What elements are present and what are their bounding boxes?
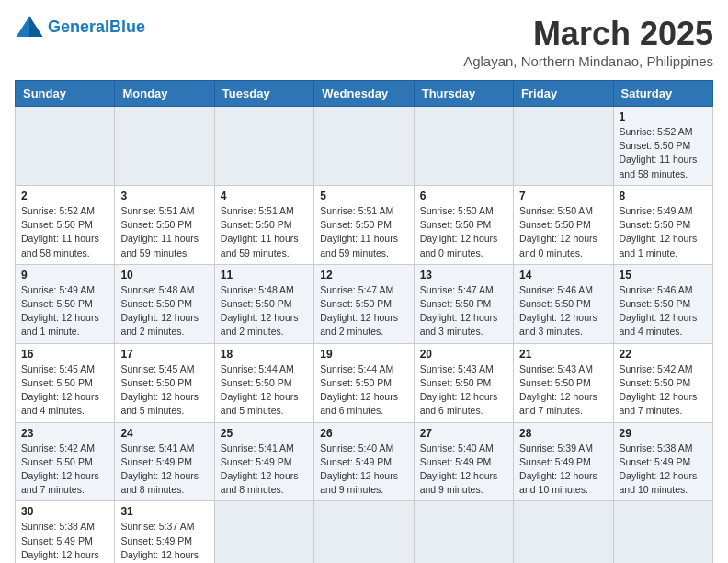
day-number: 25 [221,427,308,440]
calendar-body: 1Sunrise: 5:52 AM Sunset: 5:50 PM Daylig… [16,107,713,564]
day-info: Sunrise: 5:47 AM Sunset: 5:50 PM Dayligh… [320,283,407,339]
logo-icon [15,15,44,40]
day-number: 7 [519,190,607,202]
calendar-week-row: 1Sunrise: 5:52 AM Sunset: 5:50 PM Daylig… [16,107,713,186]
day-number: 10 [120,269,208,282]
day-info: Sunrise: 5:49 AM Sunset: 5:50 PM Dayligh… [21,283,108,339]
day-number: 31 [120,505,208,518]
weekday-header-cell: Thursday [414,81,513,107]
day-number: 14 [519,269,607,282]
calendar-day-cell [214,107,313,186]
day-info: Sunrise: 5:40 AM Sunset: 5:49 PM Dayligh… [420,442,507,498]
day-info: Sunrise: 5:52 AM Sunset: 5:50 PM Dayligh… [620,125,707,181]
day-number: 6 [420,190,507,202]
calendar-day-cell [16,107,115,186]
calendar-day-cell: 17Sunrise: 5:45 AM Sunset: 5:50 PM Dayli… [115,343,214,422]
day-number: 8 [620,190,707,202]
calendar-day-cell: 31Sunrise: 5:37 AM Sunset: 5:49 PM Dayli… [115,501,214,563]
calendar-day-cell: 10Sunrise: 5:48 AM Sunset: 5:50 PM Dayli… [115,264,214,343]
calendar-day-cell: 14Sunrise: 5:46 AM Sunset: 5:50 PM Dayli… [514,264,613,343]
day-number: 24 [120,427,208,440]
day-info: Sunrise: 5:51 AM Sunset: 5:50 PM Dayligh… [120,204,208,260]
calendar-day-cell: 30Sunrise: 5:38 AM Sunset: 5:49 PM Dayli… [16,501,115,563]
day-info: Sunrise: 5:45 AM Sunset: 5:50 PM Dayligh… [120,362,208,419]
day-info: Sunrise: 5:46 AM Sunset: 5:50 PM Dayligh… [620,283,707,339]
day-info: Sunrise: 5:44 AM Sunset: 5:50 PM Dayligh… [320,362,407,419]
weekday-header-cell: Sunday [16,81,115,107]
weekday-header-cell: Friday [514,81,613,107]
calendar-day-cell [514,107,613,186]
day-number: 21 [519,348,607,361]
day-info: Sunrise: 5:41 AM Sunset: 5:49 PM Dayligh… [120,442,208,498]
day-number: 4 [221,190,308,202]
day-info: Sunrise: 5:46 AM Sunset: 5:50 PM Dayligh… [519,283,607,339]
calendar-day-cell [314,107,414,186]
calendar-day-cell: 4Sunrise: 5:51 AM Sunset: 5:50 PM Daylig… [214,185,313,264]
calendar-week-row: 30Sunrise: 5:38 AM Sunset: 5:49 PM Dayli… [16,501,713,563]
calendar-table: SundayMondayTuesdayWednesdayThursdayFrid… [15,80,713,563]
day-info: Sunrise: 5:51 AM Sunset: 5:50 PM Dayligh… [221,204,308,260]
calendar-day-cell: 28Sunrise: 5:39 AM Sunset: 5:49 PM Dayli… [514,422,613,501]
day-info: Sunrise: 5:38 AM Sunset: 5:49 PM Dayligh… [620,442,707,498]
calendar-day-cell: 3Sunrise: 5:51 AM Sunset: 5:50 PM Daylig… [115,185,214,264]
calendar-day-cell: 7Sunrise: 5:50 AM Sunset: 5:50 PM Daylig… [514,185,613,264]
logo-text: GeneralBlue [48,18,145,37]
calendar-day-cell [514,501,613,563]
calendar-week-row: 2Sunrise: 5:52 AM Sunset: 5:50 PM Daylig… [16,185,713,264]
calendar-day-cell: 26Sunrise: 5:40 AM Sunset: 5:49 PM Dayli… [314,422,414,501]
day-number: 22 [620,348,707,361]
calendar-day-cell: 9Sunrise: 5:49 AM Sunset: 5:50 PM Daylig… [16,264,115,343]
calendar-day-cell: 22Sunrise: 5:42 AM Sunset: 5:50 PM Dayli… [613,343,712,422]
day-number: 13 [420,269,507,282]
weekday-header-row: SundayMondayTuesdayWednesdayThursdayFrid… [16,81,713,107]
calendar-day-cell: 12Sunrise: 5:47 AM Sunset: 5:50 PM Dayli… [314,264,414,343]
calendar-day-cell [613,501,712,563]
day-info: Sunrise: 5:41 AM Sunset: 5:49 PM Dayligh… [221,442,308,498]
weekday-header-cell: Monday [115,81,214,107]
calendar-day-cell: 24Sunrise: 5:41 AM Sunset: 5:49 PM Dayli… [115,422,214,501]
calendar-day-cell: 27Sunrise: 5:40 AM Sunset: 5:49 PM Dayli… [414,422,513,501]
day-number: 26 [320,427,407,440]
day-number: 5 [320,190,407,202]
day-info: Sunrise: 5:52 AM Sunset: 5:50 PM Dayligh… [21,204,108,260]
day-info: Sunrise: 5:48 AM Sunset: 5:50 PM Dayligh… [120,283,208,339]
calendar-day-cell [414,107,513,186]
calendar-day-cell: 2Sunrise: 5:52 AM Sunset: 5:50 PM Daylig… [16,185,115,264]
day-info: Sunrise: 5:48 AM Sunset: 5:50 PM Dayligh… [221,283,308,339]
calendar-day-cell: 19Sunrise: 5:44 AM Sunset: 5:50 PM Dayli… [314,343,414,422]
day-info: Sunrise: 5:40 AM Sunset: 5:49 PM Dayligh… [320,442,407,498]
calendar-subtitle: Aglayan, Northern Mindanao, Philippines [463,53,713,69]
day-info: Sunrise: 5:50 AM Sunset: 5:50 PM Dayligh… [519,204,607,260]
calendar-day-cell: 23Sunrise: 5:42 AM Sunset: 5:50 PM Dayli… [16,422,115,501]
day-number: 16 [21,348,108,361]
day-number: 30 [21,505,108,518]
calendar-day-cell: 8Sunrise: 5:49 AM Sunset: 5:50 PM Daylig… [613,185,712,264]
calendar-day-cell: 11Sunrise: 5:48 AM Sunset: 5:50 PM Dayli… [214,264,313,343]
day-number: 9 [21,269,108,282]
day-info: Sunrise: 5:38 AM Sunset: 5:49 PM Dayligh… [21,520,108,563]
logo: GeneralBlue [15,15,145,40]
calendar-title: March 2025 [463,15,713,53]
weekday-header-cell: Tuesday [214,81,313,107]
title-section: March 2025 Aglayan, Northern Mindanao, P… [463,15,713,69]
calendar-day-cell: 5Sunrise: 5:51 AM Sunset: 5:50 PM Daylig… [314,185,414,264]
calendar-day-cell: 20Sunrise: 5:43 AM Sunset: 5:50 PM Dayli… [414,343,513,422]
calendar-day-cell: 16Sunrise: 5:45 AM Sunset: 5:50 PM Dayli… [16,343,115,422]
calendar-day-cell: 29Sunrise: 5:38 AM Sunset: 5:49 PM Dayli… [613,422,712,501]
calendar-day-cell: 15Sunrise: 5:46 AM Sunset: 5:50 PM Dayli… [613,264,712,343]
calendar-week-row: 16Sunrise: 5:45 AM Sunset: 5:50 PM Dayli… [16,343,713,422]
day-number: 23 [21,427,108,440]
day-number: 12 [320,269,407,282]
svg-marker-1 [29,17,42,37]
weekday-header-cell: Wednesday [314,81,414,107]
calendar-day-cell: 1Sunrise: 5:52 AM Sunset: 5:50 PM Daylig… [613,107,712,186]
day-info: Sunrise: 5:45 AM Sunset: 5:50 PM Dayligh… [21,362,108,419]
day-number: 19 [320,348,407,361]
day-info: Sunrise: 5:43 AM Sunset: 5:50 PM Dayligh… [519,362,607,419]
day-number: 20 [420,348,507,361]
day-info: Sunrise: 5:42 AM Sunset: 5:50 PM Dayligh… [620,362,707,419]
calendar-day-cell: 6Sunrise: 5:50 AM Sunset: 5:50 PM Daylig… [414,185,513,264]
day-number: 3 [120,190,208,202]
day-info: Sunrise: 5:47 AM Sunset: 5:50 PM Dayligh… [420,283,507,339]
day-info: Sunrise: 5:50 AM Sunset: 5:50 PM Dayligh… [420,204,507,260]
